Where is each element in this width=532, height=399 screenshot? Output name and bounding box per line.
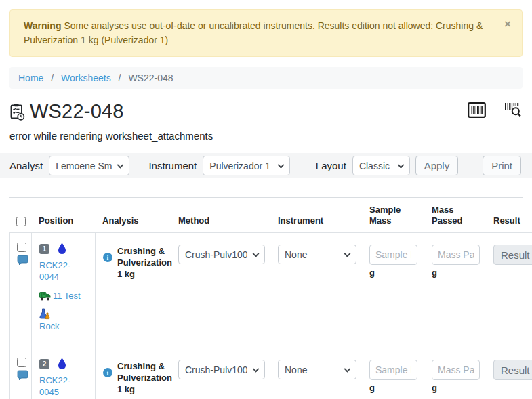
mass-passed-input[interactable] (432, 360, 480, 380)
instrument-label: Instrument (148, 160, 197, 171)
analyst-label: Analyst (9, 160, 43, 171)
close-icon[interactable]: × (504, 18, 511, 30)
warning-message: Some analyses use out-of-date or uncalib… (24, 20, 483, 45)
mass-passed-input[interactable] (432, 245, 480, 265)
worksheet-toolbar: Analyst Lemoene Smit Instrument Pulveriz… (0, 153, 532, 178)
column-header-analysis: Analysis (96, 198, 171, 232)
sample-mass-input[interactable] (369, 245, 417, 265)
unit-label: g (432, 383, 487, 393)
breadcrumb-worksheets-link[interactable]: Worksheets (61, 72, 111, 83)
comment-icon[interactable] (17, 255, 28, 266)
position-badge: 1 (39, 244, 49, 254)
method-select[interactable]: Crush-Pulv1000 (178, 245, 265, 264)
barcode-icon[interactable] (468, 102, 486, 121)
analyst-select[interactable]: Lemoene Smit (49, 156, 129, 175)
sample-type-flask-icon (39, 308, 50, 320)
breadcrumb: Home / Worksheets / WS22-048 (9, 67, 523, 89)
column-header-sample-mass: Sample Mass (363, 198, 410, 232)
unit-label: g (369, 268, 425, 278)
breadcrumb-home-link[interactable]: Home (18, 72, 43, 83)
worksheet-table: Position Analysis Method Instrument Samp… (9, 197, 532, 399)
unit-label: g (369, 383, 425, 393)
table-row: 1 RCK22-0044 11 Test (9, 233, 532, 348)
result-input (493, 245, 532, 265)
info-icon[interactable]: i (103, 253, 112, 262)
warning-banner: Warning Some analyses use out-of-date or… (9, 9, 523, 57)
layout-select[interactable]: Classic (352, 156, 410, 175)
sample-drop-icon (58, 243, 66, 257)
comment-icon[interactable] (17, 370, 28, 381)
column-header-method: Method (171, 198, 271, 232)
position-badge: 2 (39, 359, 49, 369)
unit-label: g (432, 268, 487, 278)
breadcrumb-separator: / (51, 72, 54, 83)
worksheet-icon (9, 103, 25, 121)
row-checkbox[interactable] (17, 243, 26, 252)
render-error-text: error while rendering worksheet_attachme… (9, 130, 523, 142)
instrument-select[interactable]: Pulverizador 1 (203, 156, 290, 175)
analysis-name: Crushing & Pulverization 1 kg (117, 360, 172, 399)
truck-icon (39, 292, 51, 301)
info-icon[interactable]: i (103, 368, 112, 377)
page-title: WS22-048 (30, 100, 124, 123)
result-input (493, 360, 532, 380)
breadcrumb-current: WS22-048 (128, 72, 173, 83)
column-header-mass-passed: Mass Passed (425, 198, 472, 232)
sample-id-link[interactable]: RCK22-0045 (39, 375, 81, 398)
row-instrument-select[interactable]: None (278, 360, 356, 379)
breadcrumb-separator: / (119, 72, 121, 83)
column-header-result: Result (487, 198, 532, 232)
row-instrument-select[interactable]: None (278, 245, 356, 264)
column-header-position: Position (32, 198, 96, 232)
column-header-instrument: Instrument (271, 198, 363, 232)
table-row: 2 RCK22-0045 i Crushing & Pulverization … (9, 348, 532, 399)
warning-title: Warning (24, 20, 61, 31)
apply-button[interactable]: Apply (415, 156, 459, 175)
sample-drop-icon (58, 358, 66, 372)
print-button[interactable]: Print (483, 156, 521, 175)
client-reference-link[interactable]: 11 Test (53, 291, 81, 301)
row-checkbox[interactable] (17, 358, 26, 367)
select-all-checkbox[interactable] (16, 217, 26, 226)
analysis-name: Crushing & Pulverization 1 kg (117, 245, 172, 348)
sample-id-link[interactable]: RCK22-0044 (39, 259, 81, 282)
layout-label: Layout (316, 160, 346, 171)
table-header-row: Position Analysis Method Instrument Samp… (9, 198, 532, 233)
barcode-search-icon[interactable] (504, 102, 521, 121)
sample-type-link[interactable]: Rock (39, 321, 60, 331)
sample-mass-input[interactable] (369, 360, 417, 380)
method-select[interactable]: Crush-Pulv1000 (178, 360, 265, 379)
